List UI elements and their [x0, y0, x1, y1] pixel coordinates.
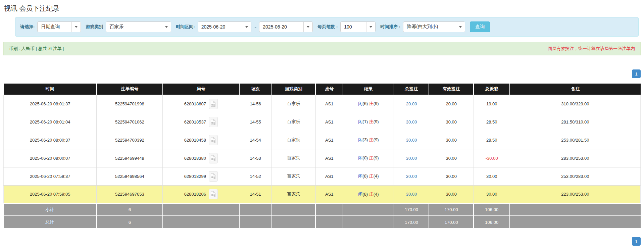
table-no-cell: AS1 [315, 167, 343, 185]
game-type-dropdown[interactable]: 百家乐 [106, 21, 171, 32]
total-bet-link[interactable]: 30.00 [406, 138, 417, 143]
date-from-value: 2025-06-20 [198, 22, 242, 32]
result-cell: 闲(1) 庄(9) [343, 113, 394, 131]
video-record-icon[interactable] [209, 117, 218, 127]
total-bet-link[interactable]: 20.00 [406, 101, 417, 106]
subtotal-total-bet: 170.00 [394, 203, 429, 216]
round-id-text: 628018206 [184, 192, 206, 197]
table-no-cell: AS1 [315, 113, 343, 131]
banker-result-label: 庄 [369, 137, 374, 142]
result-cell: 闲(8) 庄(4) [343, 167, 394, 185]
date-to-dropdown[interactable]: 2025-06-20 [259, 21, 313, 32]
payout-cell: 28.50 [474, 113, 510, 131]
round-id-text: 628018537 [184, 119, 206, 125]
round-id-text: 628018607 [184, 101, 206, 106]
date-to-value: 2025-06-20 [259, 22, 303, 32]
player-result-label: 闲 [358, 192, 362, 197]
col-game-type: 游戏类别 [272, 84, 316, 95]
session-cell: 14-51 [239, 185, 272, 203]
player-result-label: 闲 [358, 137, 362, 142]
remark-cell: 253.00/283.00 [510, 167, 640, 185]
chevron-down-icon [242, 22, 251, 32]
game-type-cell: 百家乐 [272, 149, 316, 167]
total-total-bet: 170.00 [394, 216, 429, 228]
session-cell: 14-53 [239, 149, 272, 167]
page-size-label: 每页笔数 : [317, 24, 338, 30]
total-bet-link[interactable]: 30.00 [406, 192, 417, 197]
bet-time-cell: 2025-06-20 08:01:37 [4, 95, 97, 113]
banker-result-score: (9) [374, 101, 379, 106]
date-from-dropdown[interactable]: 2025-06-20 [198, 21, 251, 32]
round-id-cell: 628018206 [163, 185, 239, 203]
table-header-row: 时间 注单编号 局号 场次 游戏类别 桌号 结果 总投注 有效投注 总派彩 备注 [4, 84, 641, 95]
total-bet-link[interactable]: 30.00 [406, 174, 417, 179]
valid-bet-cell: 20.00 [429, 95, 474, 113]
sort-order-dropdown[interactable]: 降幂(由大到小) [403, 21, 465, 32]
player-result-score: (1) [362, 119, 368, 124]
col-time: 时间 [4, 84, 97, 95]
total-row: 总计 6 170.00 170.00 106.00 [4, 216, 641, 228]
pagination-bottom: 1 [3, 237, 641, 246]
page-size-value: 100 [341, 22, 366, 32]
player-result-score: (8) [362, 174, 368, 179]
video-record-icon[interactable] [209, 171, 218, 182]
result-cell: 闲(0) 庄(9) [343, 149, 394, 167]
result-cell: 闲(6) 庄(9) [343, 95, 394, 113]
total-bet-link[interactable]: 30.00 [406, 119, 417, 125]
bet-id-cell: 522594701062 [97, 113, 163, 131]
chevron-down-icon [303, 22, 312, 32]
banker-result-score: (4) [374, 192, 379, 197]
player-result-score: (6) [362, 101, 368, 106]
video-record-icon[interactable] [209, 135, 218, 145]
page-button-1[interactable]: 1 [632, 237, 641, 246]
search-button[interactable]: 查询 [470, 21, 490, 32]
player-result-label: 闲 [358, 155, 362, 160]
banker-result-score: (9) [374, 155, 379, 160]
result-cell: 闲(3) 庄(9) [343, 131, 394, 149]
currency-summary-text: 币别 : 人民币 | 总共 :6 注单 | [9, 46, 64, 52]
bet-time-cell: 2025-06-20 08:00:37 [4, 131, 97, 149]
table-no-cell: AS1 [315, 95, 343, 113]
player-result-label: 闲 [358, 119, 362, 124]
table-row: 2025-06-20 07:59:37 522594698564 6280182… [4, 167, 641, 185]
bet-id-cell: 522594700392 [97, 131, 163, 149]
betting-records-table: 时间 注单编号 局号 场次 游戏类别 桌号 结果 总投注 有效投注 总派彩 备注… [3, 84, 641, 228]
video-record-icon[interactable] [209, 99, 218, 109]
video-record-icon[interactable] [209, 189, 218, 199]
game-type-cell: 百家乐 [272, 185, 316, 203]
subtotal-payout: 106.00 [474, 203, 510, 216]
bet-id-cell: 522594697653 [97, 185, 163, 203]
chevron-down-icon [456, 22, 465, 32]
payout-cell: 30.00 [474, 167, 510, 185]
page-button-1[interactable]: 1 [632, 69, 641, 78]
banker-result-score: (9) [374, 137, 379, 142]
result-cell: 闲(8) 庄(4) [343, 185, 394, 203]
total-payout: 106.00 [474, 216, 510, 228]
subtotal-row: 小计 6 170.00 170.00 106.00 [4, 203, 641, 216]
player-result-label: 闲 [358, 174, 362, 179]
total-bet-link[interactable]: 30.00 [406, 156, 417, 161]
page-size-dropdown[interactable]: 100 [340, 21, 376, 32]
banker-result-label: 庄 [369, 174, 374, 179]
total-valid-bet: 170.00 [429, 216, 474, 228]
total-bet-cell: 30.00 [394, 149, 429, 167]
valid-bet-cell: 30.00 [429, 131, 474, 149]
table-row: 2025-06-20 08:00:37 522594700392 6280184… [4, 131, 641, 149]
player-result-label: 闲 [358, 101, 362, 106]
bet-id-cell: 522594699448 [97, 149, 163, 167]
session-cell: 14-54 [239, 131, 272, 149]
total-bet-cell: 30.00 [394, 185, 429, 203]
total-bet-cell: 30.00 [394, 113, 429, 131]
query-type-dropdown[interactable]: 日期查询 [37, 21, 81, 32]
banker-result-label: 庄 [369, 155, 374, 160]
player-result-score: (8) [362, 192, 368, 197]
bet-time-cell: 2025-06-20 08:01:04 [4, 113, 97, 131]
subtotal-label: 小计 [4, 203, 97, 216]
video-record-icon[interactable] [209, 153, 218, 163]
total-count: 6 [97, 216, 163, 228]
pagination-top: 1 [3, 69, 641, 78]
payout-cell: 19.00 [474, 95, 510, 113]
table-no-cell: AS1 [315, 149, 343, 167]
col-table-no: 桌号 [315, 84, 343, 95]
remark-cell: 223.00/253.00 [510, 185, 640, 203]
